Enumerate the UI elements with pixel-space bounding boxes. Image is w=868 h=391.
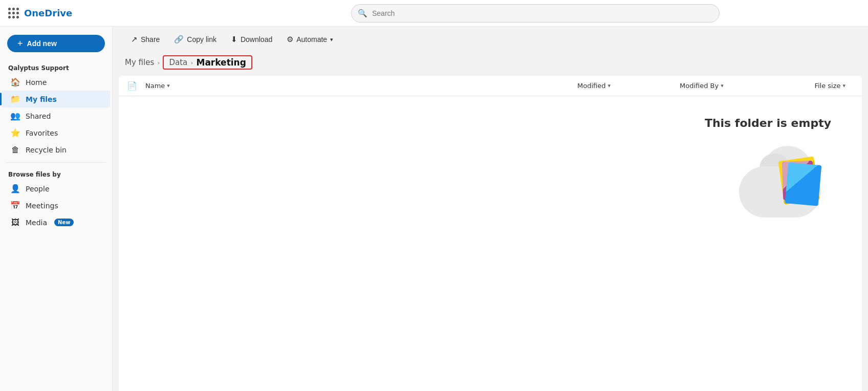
media-icon: 🖼 xyxy=(10,218,20,227)
automate-chevron-icon: ▾ xyxy=(330,36,333,43)
col-modified-label: Modified xyxy=(577,82,605,90)
sidebar-item-recyclebin-label: Recycle bin xyxy=(26,146,67,154)
breadcrumb: My files › Data › Marketing xyxy=(113,52,868,76)
automate-label: Automate xyxy=(296,35,327,44)
sidebar-item-people[interactable]: 👤 People xyxy=(2,180,110,197)
add-new-label: Add new xyxy=(27,39,57,48)
breadcrumb-current-wrap: Data › Marketing xyxy=(163,55,252,70)
col-modifiedby-header[interactable]: Modified By ▾ xyxy=(680,82,792,90)
sidebar-item-favorites[interactable]: ⭐ Favorites xyxy=(2,124,110,141)
col-modified-header[interactable]: Modified ▾ xyxy=(577,82,680,90)
col-filesize-sort-icon: ▾ xyxy=(842,82,845,89)
col-name-label: Name xyxy=(145,82,165,90)
col-name-sort-icon: ▾ xyxy=(167,82,170,89)
automate-button[interactable]: ⚙ Automate ▾ xyxy=(280,32,339,47)
add-new-button[interactable]: + Add new xyxy=(7,35,105,52)
app-name: OneDrive xyxy=(24,8,72,18)
col-filesize-header[interactable]: File size ▾ xyxy=(792,82,854,90)
copylink-button[interactable]: 🔗 Copy link xyxy=(168,32,223,47)
home-icon: 🏠 xyxy=(10,77,20,87)
sidebar-item-people-label: People xyxy=(26,185,50,193)
automate-icon: ⚙ xyxy=(287,35,293,44)
col-icon-spacer: 📄 xyxy=(127,81,145,91)
file-decoration-blue xyxy=(785,162,822,206)
breadcrumb-sep-1: › xyxy=(157,59,160,67)
col-modifiedby-sort-icon: ▾ xyxy=(721,82,724,89)
sidebar-item-favorites-label: Favorites xyxy=(26,129,58,137)
layout: + Add new Qalyptus Support 🏠 Home 📁 My f… xyxy=(0,27,868,391)
app-launcher-icon[interactable] xyxy=(8,8,19,18)
col-modified-sort-icon: ▾ xyxy=(607,82,611,89)
download-button[interactable]: ⬇ Download xyxy=(225,32,278,47)
people-icon: 👤 xyxy=(10,184,20,193)
col-name-header[interactable]: Name ▾ xyxy=(145,82,577,90)
share-label: Share xyxy=(141,35,160,44)
search-bar: 🔍 xyxy=(351,4,720,23)
breadcrumb-current: Marketing xyxy=(196,57,246,68)
sidebar-item-home-label: Home xyxy=(26,78,47,86)
breadcrumb-folder[interactable]: Data xyxy=(169,58,187,67)
favorites-icon: ⭐ xyxy=(10,128,20,138)
breadcrumb-root[interactable]: My files xyxy=(125,58,154,67)
sidebar-item-shared-label: Shared xyxy=(26,112,51,120)
recyclebin-icon: 🗑 xyxy=(10,145,20,155)
breadcrumb-sep-2: › xyxy=(190,59,193,67)
topbar: OneDrive 🔍 xyxy=(0,0,868,27)
sidebar-item-media[interactable]: 🖼 Media New xyxy=(2,214,110,231)
copylink-icon: 🔗 xyxy=(174,35,184,44)
empty-state-message: This folder is empty xyxy=(705,117,831,129)
share-button[interactable]: ↗ Share xyxy=(125,32,166,47)
sidebar-item-myfiles-label: My files xyxy=(26,95,57,103)
sidebar-item-meetings[interactable]: 📅 Meetings xyxy=(2,197,110,214)
empty-state: This folder is empty xyxy=(119,96,862,238)
sidebar-item-recyclebin[interactable]: 🗑 Recycle bin xyxy=(2,141,110,158)
topbar-left: OneDrive xyxy=(8,8,203,18)
sidebar-item-meetings-label: Meetings xyxy=(26,202,58,210)
shared-icon: 👥 xyxy=(10,111,20,121)
meetings-icon: 📅 xyxy=(10,201,20,210)
media-new-badge: New xyxy=(54,219,74,226)
sidebar-item-shared[interactable]: 👥 Shared xyxy=(2,107,110,124)
sidebar-item-home[interactable]: 🏠 Home xyxy=(2,74,110,91)
user-section-title: Qalyptus Support xyxy=(0,60,112,74)
search-icon: 🔍 xyxy=(358,9,367,18)
browse-section-title: Browse files by xyxy=(0,167,112,180)
empty-state-illustration xyxy=(729,136,821,218)
col-modifiedby-label: Modified By xyxy=(680,82,719,90)
main-content: ↗ Share 🔗 Copy link ⬇ Download ⚙ Automat… xyxy=(113,27,868,391)
copylink-label: Copy link xyxy=(187,35,216,44)
sidebar: + Add new Qalyptus Support 🏠 Home 📁 My f… xyxy=(0,27,113,391)
sidebar-item-myfiles[interactable]: 📁 My files xyxy=(2,91,110,107)
sidebar-divider xyxy=(6,162,106,163)
download-icon: ⬇ xyxy=(231,35,237,44)
col-filesize-label: File size xyxy=(814,82,840,90)
add-new-plus-icon: + xyxy=(17,39,23,48)
download-label: Download xyxy=(241,35,272,44)
share-icon: ↗ xyxy=(131,35,138,44)
file-list-area: 📄 Name ▾ Modified ▾ Modified By ▾ File s… xyxy=(119,76,862,391)
file-list-header: 📄 Name ▾ Modified ▾ Modified By ▾ File s… xyxy=(119,76,862,96)
myfiles-icon: 📁 xyxy=(10,94,20,104)
toolbar: ↗ Share 🔗 Copy link ⬇ Download ⚙ Automat… xyxy=(113,27,868,52)
search-input[interactable] xyxy=(351,4,720,23)
sidebar-item-media-label: Media xyxy=(26,219,47,227)
file-type-icon: 📄 xyxy=(127,81,137,91)
